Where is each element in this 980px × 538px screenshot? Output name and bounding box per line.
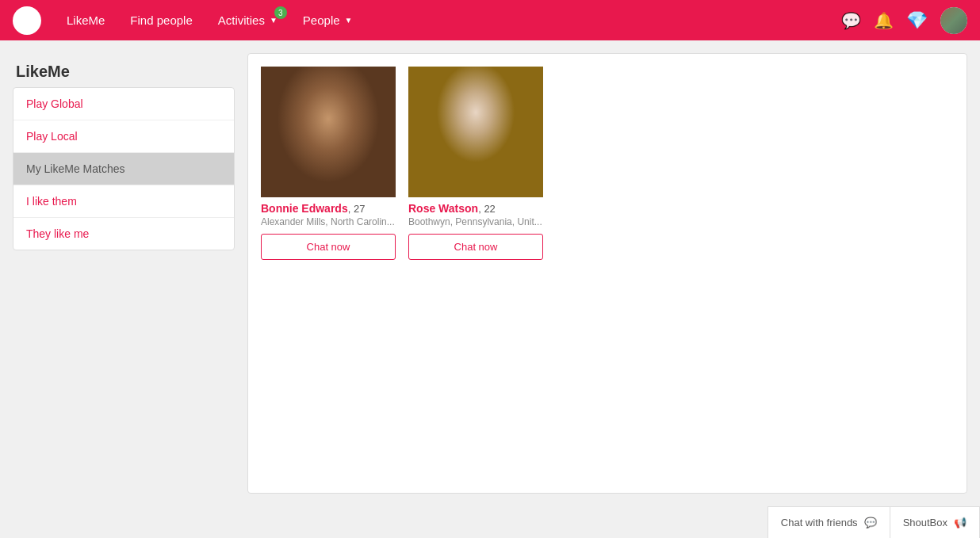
nav-item-find-people[interactable]: Find people: [117, 0, 205, 40]
nav-item-activities[interactable]: Activities 3 ▼: [205, 0, 290, 40]
footer-bar: Chat with friends 💬 ShoutBox 📢: [768, 506, 980, 538]
main-panel: Bonnie Edwards, 27 Alexander Mills, Nort…: [247, 53, 967, 494]
chat-now-button-rose[interactable]: Chat now: [408, 234, 543, 260]
profile-photo-rose[interactable]: [408, 67, 543, 197]
profile-card-rose: Rose Watson, 22 Boothwyn, Pennsylvania, …: [408, 67, 543, 260]
chat-now-button-bonnie[interactable]: Chat now: [261, 234, 396, 260]
nav-item-likeme[interactable]: LikeMe: [54, 0, 117, 40]
profiles-grid: Bonnie Edwards, 27 Alexander Mills, Nort…: [261, 67, 954, 260]
chat-with-friends-icon: 💬: [864, 517, 877, 528]
bell-icon[interactable]: 🔔: [874, 11, 894, 30]
sidebar-item-play-local[interactable]: Play Local: [13, 120, 234, 153]
sidebar-title: LikeMe: [13, 53, 235, 87]
activities-badge: 3: [274, 6, 287, 19]
footer-shoutbox[interactable]: ShoutBox 📢: [890, 506, 980, 538]
nav-item-people[interactable]: People ▼: [290, 0, 366, 40]
sidebar-item-they-like-me[interactable]: They like me: [13, 218, 234, 250]
logo-button[interactable]: [13, 6, 41, 35]
sidebar-item-play-global[interactable]: Play Global: [13, 88, 234, 120]
profile-name-rose: Rose Watson, 22: [408, 202, 543, 215]
user-avatar[interactable]: [940, 7, 967, 34]
profile-card-bonnie: Bonnie Edwards, 27 Alexander Mills, Nort…: [261, 67, 396, 260]
header-right: 💬 🔔 💎: [841, 7, 967, 34]
header: LikeMe Find people Activities 3 ▼ People…: [0, 0, 980, 40]
main-content: LikeMe Play Global Play Local My LikeMe …: [0, 40, 980, 506]
profile-location-bonnie: Alexander Mills, North Carolin...: [261, 216, 396, 227]
profile-location-rose: Boothwyn, Pennsylvania, Unit...: [408, 216, 543, 227]
diamond-icon[interactable]: 💎: [906, 10, 928, 31]
sidebar-item-i-like-them[interactable]: I like them: [13, 185, 234, 218]
chat-icon[interactable]: 💬: [841, 11, 861, 30]
profile-name-bonnie: Bonnie Edwards, 27: [261, 202, 396, 215]
sidebar: LikeMe Play Global Play Local My LikeMe …: [13, 53, 235, 494]
people-chevron: ▼: [345, 16, 353, 25]
profile-photo-bonnie[interactable]: [261, 67, 396, 197]
avatar-image: [940, 7, 967, 34]
main-nav: LikeMe Find people Activities 3 ▼ People…: [54, 0, 365, 40]
sidebar-menu: Play Global Play Local My LikeMe Matches…: [13, 87, 235, 250]
sidebar-item-my-likeme-matches[interactable]: My LikeMe Matches: [13, 153, 234, 185]
footer-chat-with-friends[interactable]: Chat with friends 💬: [768, 506, 890, 538]
shoutbox-icon: 📢: [954, 517, 967, 528]
